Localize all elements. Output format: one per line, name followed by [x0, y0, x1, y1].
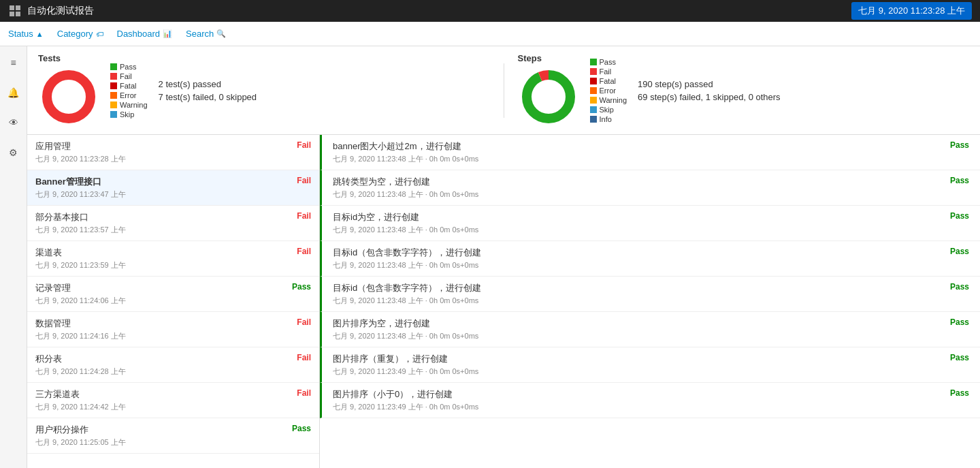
test-item[interactable]: 记录管理 七月 9, 2020 11:24:06 上午 Pass — [27, 277, 319, 312]
test-item-left: 部分基本接口 七月 9, 2020 11:23:57 上午 — [35, 211, 126, 235]
steps-stats: 190 step(s) passed 69 step(s) failed, 1 … — [638, 79, 781, 102]
step-meta: 七月 9, 2020 11:23:48 上午 · 0h 0m 0s+0ms — [333, 260, 481, 270]
steps-title: Steps — [518, 53, 545, 63]
legend-skip-color — [110, 111, 117, 118]
steps-panel: banner图大小超过2m，进行创建 七月 9, 2020 11:23:48 上… — [320, 135, 980, 468]
test-item[interactable]: 数据管理 七月 9, 2020 11:24:16 上午 Fail — [27, 312, 319, 347]
test-item[interactable]: 积分表 七月 9, 2020 11:24:28 上午 Fail — [27, 347, 319, 383]
test-status: Fail — [297, 317, 311, 327]
sidebar-eye-icon[interactable]: 👁 — [4, 113, 23, 132]
step-left: 图片排序（小于0），进行创建 七月 9, 2020 11:23:49 上午 · … — [333, 388, 478, 412]
app-title: 自动化测试报告 — [27, 5, 94, 17]
test-time: 七月 9, 2020 11:24:28 上午 — [35, 366, 126, 377]
step-name: 图片排序（小于0），进行创建 — [333, 388, 478, 401]
step-name: 目标id（包含非数字字符），进行创建 — [333, 247, 481, 259]
test-status: Fail — [297, 247, 311, 256]
test-name: 数据管理 — [35, 317, 126, 330]
test-item[interactable]: Banner管理接口 七月 9, 2020 11:23:47 上午 Fail — [27, 170, 319, 206]
step-status: Pass — [950, 282, 969, 292]
step-name: 跳转类型为空，进行创建 — [333, 176, 478, 188]
steps-legend-skip: Skip — [590, 106, 627, 114]
step-item[interactable]: 目标id为空，进行创建 七月 9, 2020 11:23:48 上午 · 0h … — [320, 206, 980, 241]
nav-dashboard[interactable]: Dashboard 📊 — [117, 23, 173, 44]
legend-fatal-color — [110, 82, 117, 89]
step-meta: 七月 9, 2020 11:23:49 上午 · 0h 0m 0s+0ms — [333, 366, 478, 377]
test-name: Banner管理接口 — [35, 176, 126, 188]
test-name: 用户积分操作 — [35, 424, 126, 436]
step-item[interactable]: 目标id（包含非数字字符），进行创建 七月 9, 2020 11:23:48 上… — [320, 241, 980, 277]
test-item-left: 应用管理 七月 9, 2020 11:23:28 上午 — [35, 140, 126, 164]
legend-error: Error — [110, 91, 148, 99]
step-meta: 七月 9, 2020 11:23:48 上午 · 0h 0m 0s+0ms — [333, 331, 478, 341]
step-left: 目标id为空，进行创建 七月 9, 2020 11:23:48 上午 · 0h … — [333, 211, 478, 235]
step-meta: 七月 9, 2020 11:23:48 上午 · 0h 0m 0s+0ms — [333, 154, 478, 164]
steps-legend-pass: Pass — [590, 58, 627, 66]
test-item[interactable]: 用户积分操作 七月 9, 2020 11:25:05 上午 Pass — [27, 418, 319, 454]
steps-summary: Steps Pass — [518, 53, 970, 127]
step-status: Pass — [950, 211, 969, 221]
steps-failed: 69 step(s) failed, 1 skipped, 0 others — [638, 92, 781, 102]
main-layout: ≡ 🔔 👁 ⚙ Tests — [0, 46, 980, 468]
sidebar-settings-icon[interactable]: ⚙ — [4, 143, 23, 162]
topbar-datetime: 七月 9, 2020 11:23:28 上午 — [851, 2, 972, 20]
step-left: 图片排序（重复），进行创建 七月 9, 2020 11:23:49 上午 · 0… — [333, 353, 478, 377]
test-item[interactable]: 三方渠道表 七月 9, 2020 11:24:42 上午 Fail — [27, 383, 319, 418]
sidebar-menu-icon[interactable]: ≡ — [4, 53, 23, 72]
legend-skip: Skip — [110, 110, 148, 119]
legend-fail-color — [110, 73, 117, 80]
nav-category[interactable]: Category 🏷 — [57, 23, 103, 44]
step-item[interactable]: banner图大小超过2m，进行创建 七月 9, 2020 11:23:48 上… — [320, 135, 980, 170]
step-item[interactable]: 目标id（包含非数字字符），进行创建 七月 9, 2020 11:23:48 上… — [320, 277, 980, 312]
step-meta: 七月 9, 2020 11:23:48 上午 · 0h 0m 0s+0ms — [333, 225, 478, 235]
test-status: Fail — [297, 388, 311, 398]
step-name: 目标id为空，进行创建 — [333, 211, 478, 223]
step-meta: 七月 9, 2020 11:23:48 上午 · 0h 0m 0s+0ms — [333, 296, 481, 306]
steps-legend-pass-color — [590, 59, 597, 65]
test-status: Fail — [297, 140, 311, 150]
test-item[interactable]: 渠道表 七月 9, 2020 11:23:59 上午 Fail — [27, 241, 319, 277]
nav-status[interactable]: Status ▲ — [8, 23, 44, 44]
panels: 应用管理 七月 9, 2020 11:23:28 上午 Fail Banner管… — [27, 135, 980, 468]
tests-failed: 7 test(s) failed, 0 skipped — [159, 92, 257, 102]
step-item[interactable]: 跳转类型为空，进行创建 七月 9, 2020 11:23:48 上午 · 0h … — [320, 170, 980, 206]
svg-rect-1 — [16, 5, 20, 10]
test-status: Fail — [297, 353, 311, 362]
test-item-left: 三方渠道表 七月 9, 2020 11:24:42 上午 — [35, 388, 126, 412]
svg-rect-0 — [10, 5, 14, 10]
search-label: Search — [186, 29, 214, 39]
step-item[interactable]: 图片排序为空，进行创建 七月 9, 2020 11:23:48 上午 · 0h … — [320, 312, 980, 347]
test-time: 七月 9, 2020 11:23:47 上午 — [35, 189, 126, 200]
step-item[interactable]: 图片排序（小于0），进行创建 七月 9, 2020 11:23:49 上午 · … — [320, 383, 980, 418]
legend-skip-label: Skip — [120, 110, 134, 119]
steps-legend-error-label: Error — [600, 87, 616, 95]
legend-fatal: Fatal — [110, 82, 148, 90]
legend-warning-label: Warning — [120, 101, 148, 109]
steps-legend-fatal-label: Fatal — [600, 77, 616, 85]
sidebar-bell-icon[interactable]: 🔔 — [4, 83, 23, 102]
tests-legend: Pass Fail Fatal Error — [110, 63, 148, 119]
step-left: 目标id（包含非数字字符），进行创建 七月 9, 2020 11:23:48 上… — [333, 282, 481, 306]
legend-error-label: Error — [120, 91, 136, 99]
navbar: Status ▲ Category 🏷 Dashboard 📊 Search 🔍 — [0, 22, 980, 46]
nav-search[interactable]: Search 🔍 — [186, 23, 226, 44]
step-name: banner图大小超过2m，进行创建 — [333, 140, 478, 153]
test-item-left: 用户积分操作 七月 9, 2020 11:25:05 上午 — [35, 424, 126, 448]
content-area: Tests Pass — [27, 46, 980, 468]
summary-row: Tests Pass — [27, 46, 980, 135]
steps-legend-error: Error — [590, 87, 627, 95]
step-status: Pass — [950, 353, 969, 362]
legend-pass-label: Pass — [120, 63, 136, 71]
steps-legend-pass-label: Pass — [600, 58, 616, 66]
steps-passed: 190 step(s) passed — [638, 79, 781, 89]
svg-point-4 — [47, 75, 91, 119]
step-name: 目标id（包含非数字字符），进行创建 — [333, 282, 481, 294]
test-name: 应用管理 — [35, 140, 126, 153]
step-meta: 七月 9, 2020 11:23:49 上午 · 0h 0m 0s+0ms — [333, 402, 478, 412]
step-left: 图片排序为空，进行创建 七月 9, 2020 11:23:48 上午 · 0h … — [333, 317, 478, 341]
test-name: 部分基本接口 — [35, 211, 126, 223]
step-item[interactable]: 图片排序（重复），进行创建 七月 9, 2020 11:23:49 上午 · 0… — [320, 347, 980, 383]
test-item[interactable]: 部分基本接口 七月 9, 2020 11:23:57 上午 Fail — [27, 206, 319, 241]
test-item[interactable]: 应用管理 七月 9, 2020 11:23:28 上午 Fail — [27, 135, 319, 170]
steps-legend-warning-color — [590, 97, 597, 104]
step-left: 目标id（包含非数字字符），进行创建 七月 9, 2020 11:23:48 上… — [333, 247, 481, 270]
